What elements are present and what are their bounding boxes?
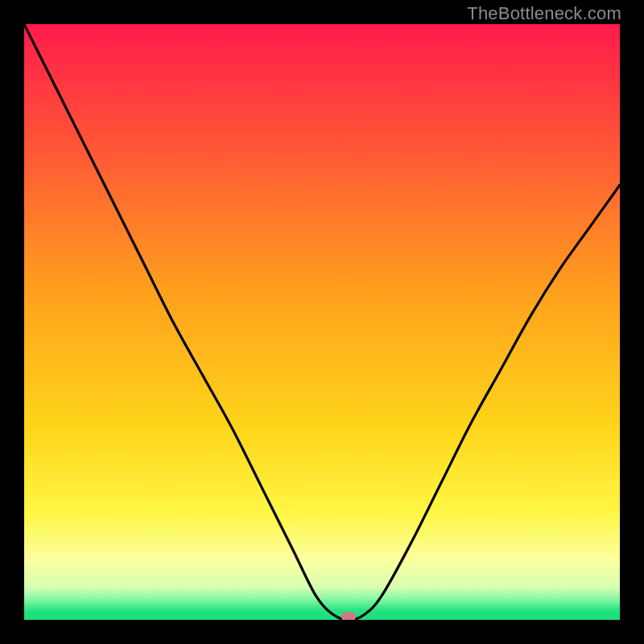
chart-frame: TheBottleneck.com: [0, 0, 644, 644]
watermark-text: TheBottleneck.com: [467, 3, 621, 24]
plot-area: [24, 24, 620, 620]
bottleneck-curve: [24, 24, 620, 620]
optimum-marker: [341, 613, 356, 621]
